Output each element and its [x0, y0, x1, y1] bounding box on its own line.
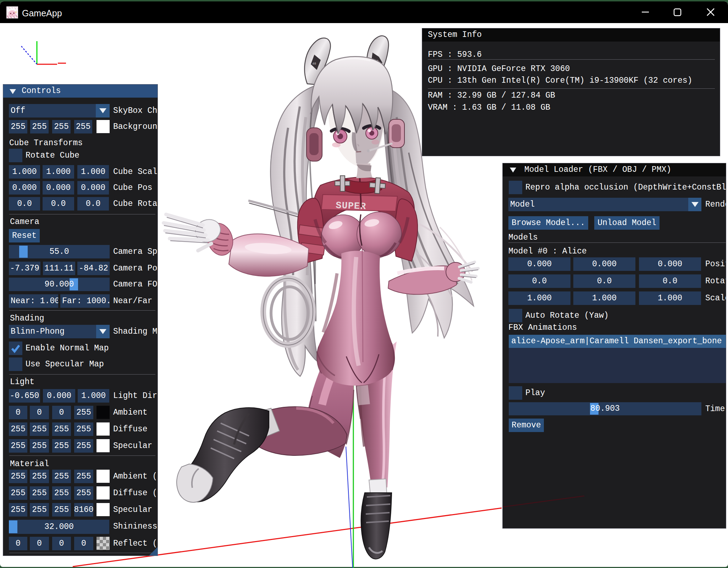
svg-text:40: 40: [312, 62, 316, 66]
